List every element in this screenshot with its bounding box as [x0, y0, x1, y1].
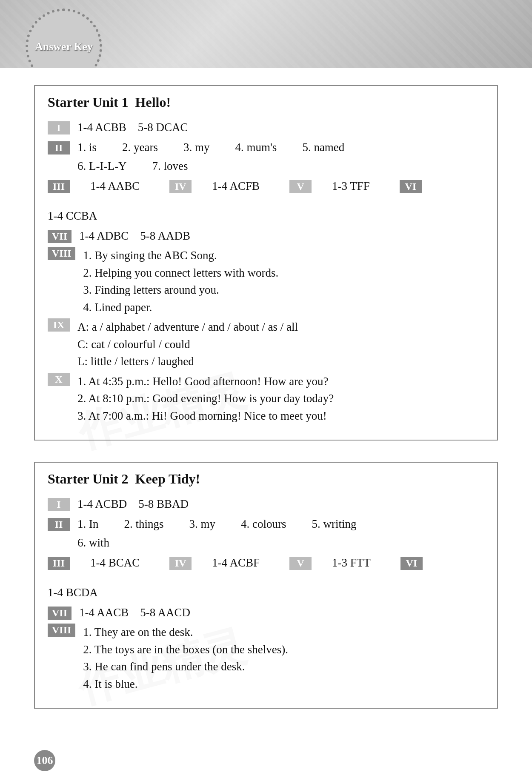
unit2-row-II: II 1. In 2. things 3. my 4. colours 5. w…: [48, 515, 484, 552]
unit1-I-content: 1-4 ACBB 5-8 DCAC: [77, 119, 188, 136]
unit1-row-IX: IX A: a / alphabet / adventure / and / a…: [48, 318, 484, 370]
unit1-X-content: 1. At 4:35 p.m.: Hello! Good afternoon! …: [77, 373, 334, 425]
roman-IV: IV: [169, 180, 192, 193]
roman-IX: IX: [48, 318, 70, 332]
roman-V: V: [289, 180, 312, 193]
unit2-roman-II: II: [48, 518, 70, 531]
unit2-row-VII: VII 1-4 AACB 5-8 AACD: [48, 604, 484, 621]
unit1-row-X: X 1. At 4:35 p.m.: Hello! Good afternoon…: [48, 373, 484, 425]
roman-II: II: [48, 141, 70, 155]
unit1-row-III-VI: III 1-4 AABC IV 1-4 ACFB V 1-3 TFF VI 1-…: [48, 177, 484, 225]
roman-VI: VI: [400, 180, 422, 193]
unit1-row-VIII: VIII 1. By singing the ABC Song. 2. Help…: [48, 247, 484, 316]
unit2-title: Starter Unit 2 Keep Tidy!: [48, 471, 484, 487]
unit1-VIII-content: 1. By singing the ABC Song. 2. Helping y…: [83, 247, 278, 316]
unit2-row-III-VI: III 1-4 BCAC IV 1-4 ACBF V 1-3 FTT VI 1-…: [48, 554, 484, 601]
header-background: Answer Key: [0, 0, 532, 68]
unit2-roman-I: I: [48, 498, 70, 511]
unit1-IX-content: A: a / alphabet / adventure / and / abou…: [77, 318, 298, 370]
unit1-row-I: I 1-4 ACBB 5-8 DCAC: [48, 119, 484, 136]
page-number: 106: [34, 750, 55, 771]
unit2-VIII-content: 1. They are on the desk. 2. The toys are…: [83, 624, 288, 692]
unit2-roman-VII: VII: [48, 607, 72, 620]
unit2-roman-V: V: [289, 557, 312, 570]
unit1-section: Starter Unit 1 Hello! I 1-4 ACBB 5-8 DCA…: [34, 85, 498, 441]
answer-key-label: Answer Key: [35, 40, 93, 54]
unit2-row-I: I 1-4 ACBD 5-8 BBAD: [48, 495, 484, 513]
roman-III: III: [48, 180, 70, 193]
unit2-roman-III: III: [48, 557, 70, 570]
unit1-row-VII: VII 1-4 ADBC 5-8 AADB: [48, 227, 484, 245]
unit1-row-II: II 1. is 2. years 3. my 4. mum's 5. name…: [48, 139, 484, 175]
unit2-roman-VI: VI: [400, 557, 423, 570]
roman-VIII: VIII: [48, 247, 75, 260]
unit1-title: Starter Unit 1 Hello!: [48, 94, 484, 110]
unit2-row-VIII: VIII 1. They are on the desk. 2. The toy…: [48, 624, 484, 692]
roman-X: X: [48, 373, 70, 386]
unit2-roman-VIII: VIII: [48, 624, 75, 637]
unit1-II-content: 1. is 2. years 3. my 4. mum's 5. named 6…: [77, 139, 344, 175]
main-content: Starter Unit 1 Hello! I 1-4 ACBB 5-8 DCA…: [0, 68, 532, 755]
answer-key-badge: Answer Key: [26, 9, 102, 68]
roman-I: I: [48, 121, 70, 134]
unit2-roman-IV: IV: [169, 557, 192, 570]
unit2-II-content: 1. In 2. things 3. my 4. colours 5. writ…: [77, 515, 357, 552]
unit2-section: Starter Unit 2 Keep Tidy! I 1-4 ACBD 5-8…: [34, 462, 498, 709]
roman-VII: VII: [48, 230, 72, 243]
